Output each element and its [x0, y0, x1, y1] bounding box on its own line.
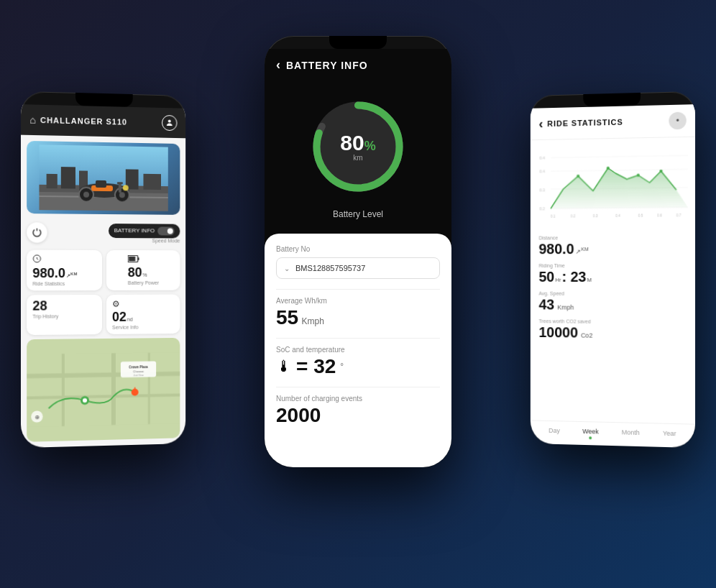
distance-value: 980.0	[539, 240, 574, 257]
ride-stats-list: Distance 980.0 ↗KM Riding Time 50 Hr : 2…	[531, 231, 695, 423]
center-phone: ‹ BATTERY INFO 80%	[265, 36, 451, 467]
battery-value: 80	[128, 266, 142, 279]
svg-rect-7	[143, 174, 161, 190]
charging-value: 2000	[276, 404, 321, 426]
svg-text:Crown Plaza: Crown Plaza	[129, 366, 148, 369]
riding-colon: : 23	[562, 268, 587, 285]
svg-text:0.7: 0.7	[676, 213, 681, 217]
map-section: Crown Plaza Chennai Just Now ⊕	[27, 338, 180, 442]
riding-time-label: Riding Time	[539, 263, 687, 268]
toggle-switch[interactable]	[157, 226, 174, 235]
battery-no-label: Battery No	[276, 245, 440, 253]
map-svg: Crown Plaza Chennai Just Now ⊕	[27, 338, 180, 442]
more-options-button[interactable]: •	[669, 112, 686, 130]
soc-metric: SoC and temperature 🌡 = 32 °	[276, 346, 440, 377]
ride-statistics-card[interactable]: 980.0 ↗KM Ride Statistics	[27, 250, 102, 291]
battery-no-dropdown[interactable]: ⌄ BMS128857595737	[276, 257, 440, 279]
avg-wh-metric: Average Wh/km 55 Kmph	[276, 297, 440, 328]
svg-text:0.1: 0.1	[551, 215, 556, 219]
right-phone-notch	[583, 93, 641, 107]
svg-text:0.2: 0.2	[571, 214, 576, 218]
min-unit: M	[587, 277, 592, 283]
service-value: 02	[112, 311, 127, 323]
service-sup: nd	[127, 317, 133, 322]
battery-gauge: 80% km	[304, 93, 412, 201]
center-phone-header: ‹ BATTERY INFO	[265, 49, 451, 78]
soc-value: = 32	[296, 357, 336, 377]
ride-stat-value: 980.0	[32, 267, 65, 280]
svg-text:Chennai: Chennai	[133, 370, 144, 374]
tab-month[interactable]: Month	[622, 428, 640, 441]
svg-point-0	[168, 120, 171, 123]
trip-history-card[interactable]: 28 Trip History	[27, 295, 102, 335]
ride-stat-label: Ride Statistics	[32, 281, 96, 286]
avg-wh-label: Average Wh/km	[276, 297, 440, 305]
divider-3	[276, 387, 440, 387]
active-tab-dot	[589, 436, 592, 439]
soc-label: SoC and temperature	[276, 346, 440, 354]
right-phone-title: RIDE STATISTICS	[547, 118, 623, 128]
chart-svg: 0.4 0.4 0.3 0.2 0.1 0.2 0.3 0.4 0.5 0.6	[538, 143, 688, 230]
center-phone-title: BATTERY INFO	[286, 60, 368, 71]
home-icon: ⌂	[29, 114, 36, 126]
battery-gauge-container: 80% km Battery Level	[265, 78, 451, 226]
distance-unit: ↗KM	[576, 247, 589, 255]
svg-text:0.4: 0.4	[540, 169, 545, 173]
ride-icon	[32, 254, 96, 265]
svg-line-48	[551, 169, 688, 171]
avg-speed-stat: Avg. Speed 43 Kmph	[539, 291, 687, 314]
power-row: BATTERY INFO Speed Mode	[21, 219, 185, 246]
left-phone-title: CHALLANGER S110	[40, 116, 127, 127]
tab-day[interactable]: Day	[549, 427, 560, 438]
right-phone-header: ‹ RIDE STATISTICS •	[531, 104, 695, 140]
svg-text:Just Now: Just Now	[133, 375, 144, 377]
period-tabs: Day Week Month Year	[531, 420, 695, 448]
power-button[interactable]	[27, 222, 47, 242]
tab-week[interactable]: Week	[582, 428, 599, 440]
divider-2	[276, 338, 440, 339]
battery-icon	[128, 254, 159, 265]
battery-power-card[interactable]: 80 % Battery Power	[106, 250, 180, 290]
left-phone-header: ⌂ CHALLANGER S110	[21, 104, 185, 138]
divider-1	[276, 289, 440, 290]
speed-mode-toggle[interactable]: BATTERY INFO	[109, 224, 180, 238]
center-phone-notch	[329, 36, 387, 49]
service-info-card[interactable]: ⚙ 02 nd Service Info	[106, 295, 180, 334]
svg-rect-4	[61, 167, 75, 188]
battery-level-label: Battery Level	[333, 209, 383, 219]
svg-rect-23	[129, 257, 135, 262]
user-icon[interactable]	[162, 115, 177, 131]
hr-unit: Hr	[555, 277, 561, 283]
svg-line-47	[551, 155, 688, 157]
left-phone-notch	[75, 93, 133, 107]
service-label: Service Info	[112, 324, 175, 330]
charging-label: Number of charging events	[276, 395, 440, 403]
back-arrow-right[interactable]: ‹	[539, 116, 543, 132]
gear-icon: ⚙	[112, 299, 175, 309]
left-phone: ⌂ CHALLANGER S110	[21, 91, 185, 448]
thermometer-icon: 🌡	[276, 357, 292, 376]
co2-value: 10000	[539, 323, 579, 341]
dropdown-arrow-icon: ⌄	[284, 265, 290, 272]
tab-year[interactable]: Year	[663, 430, 676, 442]
gauge-center-display: 80% km	[340, 132, 375, 162]
svg-text:0.2: 0.2	[540, 206, 545, 211]
battery-no-value: BMS128857595737	[295, 264, 365, 272]
riding-time-value: 50	[539, 268, 555, 285]
svg-line-25	[27, 374, 180, 376]
svg-text:0.3: 0.3	[593, 214, 598, 218]
stats-grid: 980.0 ↗KM Ride Statistics	[21, 246, 185, 340]
co2-stat: Trees worth CO2 saved 10000 Co2	[539, 318, 687, 342]
soc-unit: °	[340, 362, 344, 372]
svg-text:0.5: 0.5	[638, 214, 643, 218]
ride-stat-unit: ↗KM	[66, 272, 77, 279]
svg-text:0.3: 0.3	[540, 188, 545, 192]
bike-image	[27, 141, 180, 215]
ride-chart: 0.4 0.4 0.3 0.2 0.1 0.2 0.3 0.4 0.5 0.6	[531, 137, 695, 233]
svg-rect-18	[117, 182, 123, 184]
back-arrow-icon[interactable]: ‹	[276, 58, 280, 73]
avg-wh-unit: Kmph	[302, 316, 324, 326]
svg-rect-3	[47, 174, 58, 188]
speed-unit: Kmph	[557, 304, 574, 311]
battery-percent: %	[143, 272, 147, 277]
